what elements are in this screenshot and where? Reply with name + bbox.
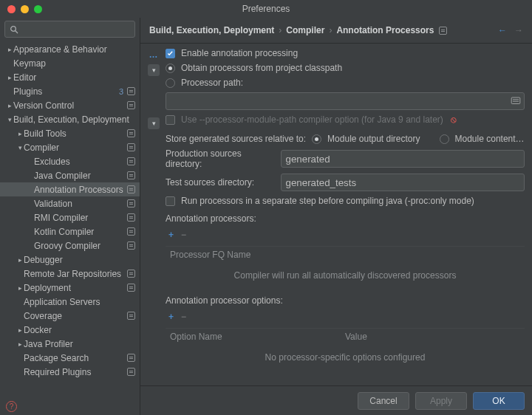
sidebar-item[interactable]: ▸Appearance & Behavior [0, 42, 140, 56]
sidebar-item-label: Appearance & Behavior [13, 44, 135, 55]
prod-dir-input[interactable] [281, 150, 525, 168]
sidebar: ▸Appearance & BehaviorKeymap▸EditorPlugi… [0, 18, 140, 415]
sidebar-item[interactable]: ▸Docker [0, 323, 140, 337]
crumb-a[interactable]: Build, Execution, Deployment [149, 25, 274, 35]
sidebar-item[interactable]: Required Plugins [0, 365, 140, 379]
processor-path-input[interactable] [166, 92, 525, 110]
chevron-icon[interactable]: ▸ [16, 326, 24, 334]
sidebar-item[interactable]: ▾Compiler [0, 140, 140, 154]
chevron-icon[interactable]: ▸ [6, 74, 13, 81]
sidebar-item[interactable]: Plugins3 [0, 84, 140, 98]
sidebar-item[interactable]: ▸Deployment [0, 281, 140, 295]
sidebar-item-label: Keymap [13, 58, 135, 69]
sidebar-item-label: Validation [34, 199, 126, 209]
enable-annotation-checkbox[interactable] [166, 49, 175, 58]
project-badge-icon [126, 368, 135, 377]
apply-label: Apply [430, 396, 452, 406]
sidebar-item-label: Groovy Compiler [34, 241, 126, 251]
ap-section-label: Annotation processors: [166, 213, 525, 224]
minimize-icon[interactable] [21, 5, 29, 13]
cancel-button[interactable]: Cancel [358, 392, 409, 410]
sidebar-item[interactable]: ▸Debugger [0, 253, 140, 267]
ok-button[interactable]: OK [473, 392, 525, 410]
chevron-icon[interactable]: ▸ [6, 46, 13, 53]
project-badge-icon [126, 213, 135, 222]
options-empty: No processor-specific options configured [166, 345, 525, 370]
sidebar-item-label: Kotlin Compiler [34, 227, 126, 237]
sidebar-item-label: Java Profiler [24, 339, 135, 349]
module-content-radio[interactable] [440, 134, 449, 144]
project-badge-icon [126, 87, 135, 96]
sidebar-item[interactable]: ▸Build Tools [0, 126, 140, 140]
sidebar-item-label: Annotation Processors [34, 185, 126, 195]
nav-back-icon[interactable]: ← [498, 25, 507, 35]
sidebar-item[interactable]: Remote Jar Repositories [0, 267, 140, 281]
sidebar-item[interactable]: Validation [0, 196, 140, 210]
svg-rect-2 [511, 97, 520, 104]
project-badge-icon [126, 199, 135, 208]
sidebar-item[interactable]: Groovy Compiler [0, 239, 140, 253]
sidebar-item[interactable]: Kotlin Compiler [0, 224, 140, 239]
chevron-icon[interactable]: ▸ [16, 340, 24, 348]
nav-forward-icon: → [514, 25, 523, 35]
add-option-button[interactable]: + [168, 312, 174, 322]
chevron-icon[interactable]: ▾ [16, 144, 24, 151]
sidebar-item[interactable]: Application Servers [0, 295, 140, 309]
add-processor-button[interactable]: + [168, 230, 174, 240]
sidebar-item-label: Compiler [24, 143, 126, 153]
enable-annotation-label: Enable annotation processing [181, 48, 298, 58]
search-icon [10, 25, 18, 34]
sidebar-item[interactable]: ▸Version Control [0, 98, 140, 112]
sidebar-item-label: Required Plugins [24, 367, 126, 377]
crumb-b[interactable]: Compiler [286, 25, 324, 35]
collapse-icon[interactable]: ▾ [148, 117, 160, 129]
project-badge-icon [126, 227, 135, 236]
search-input[interactable] [4, 21, 135, 38]
sidebar-item[interactable]: Package Search [0, 351, 140, 365]
module-output-label: Module output directory [327, 134, 420, 144]
window-title: Preferences [0, 4, 532, 14]
settings-tree[interactable]: ▸Appearance & BehaviorKeymap▸EditorPlugi… [0, 41, 140, 398]
titlebar: Preferences [0, 0, 532, 18]
close-icon[interactable] [7, 5, 16, 13]
sidebar-item[interactable]: ▾Build, Execution, Deployment [0, 112, 140, 126]
project-badge-icon [126, 129, 135, 138]
sidebar-item[interactable]: Annotation Processors [0, 182, 140, 196]
chevron-icon[interactable]: ▸ [16, 284, 24, 292]
processor-path-radio[interactable] [166, 78, 175, 88]
sidebar-item[interactable]: RMI Compiler [0, 210, 140, 224]
breadcrumb: Build, Execution, Deployment › Compiler … [140, 18, 532, 44]
svg-line-1 [16, 30, 18, 32]
sidebar-item[interactable]: Java Compiler [0, 168, 140, 182]
sidebar-item[interactable]: Coverage [0, 309, 140, 323]
test-dir-input[interactable] [281, 174, 525, 191]
chevron-icon[interactable]: ▸ [16, 256, 24, 264]
apply-button: Apply [415, 392, 467, 410]
profile-actions-icon[interactable]: … [149, 49, 159, 60]
chevron-icon[interactable]: ▸ [6, 102, 13, 109]
sidebar-item[interactable]: ▸Java Profiler [0, 337, 140, 351]
module-output-radio[interactable] [312, 134, 321, 144]
collapse-icon[interactable]: ▾ [148, 64, 160, 76]
obtain-classpath-radio[interactable] [166, 64, 175, 73]
zoom-icon[interactable] [34, 5, 42, 13]
search-field[interactable] [21, 24, 135, 35]
sidebar-item-label: Application Servers [24, 297, 135, 307]
chevron-icon[interactable]: ▸ [16, 130, 24, 137]
cancel-label: Cancel [369, 396, 397, 406]
project-badge-icon [126, 284, 135, 292]
sidebar-item-label: Version Control [13, 100, 126, 111]
browse-icon[interactable] [511, 95, 521, 107]
separate-step-checkbox[interactable]: ✓ [166, 196, 175, 206]
help-icon[interactable]: ? [6, 401, 17, 412]
sidebar-item[interactable]: ▸Editor [0, 70, 140, 84]
sidebar-item[interactable]: Excludes [0, 154, 140, 168]
processor-path-label: Processor path: [181, 78, 243, 88]
options-table: Option Name Value No processor-specific … [166, 328, 525, 370]
chevron-icon[interactable]: ▾ [6, 116, 13, 123]
project-badge-icon [126, 270, 135, 278]
sidebar-item[interactable]: Keymap [0, 56, 140, 70]
test-dir-label: Test sources directory: [166, 177, 275, 188]
help-question-icon[interactable]: ⦸ [451, 114, 457, 125]
sidebar-item-label: Excludes [34, 157, 126, 167]
